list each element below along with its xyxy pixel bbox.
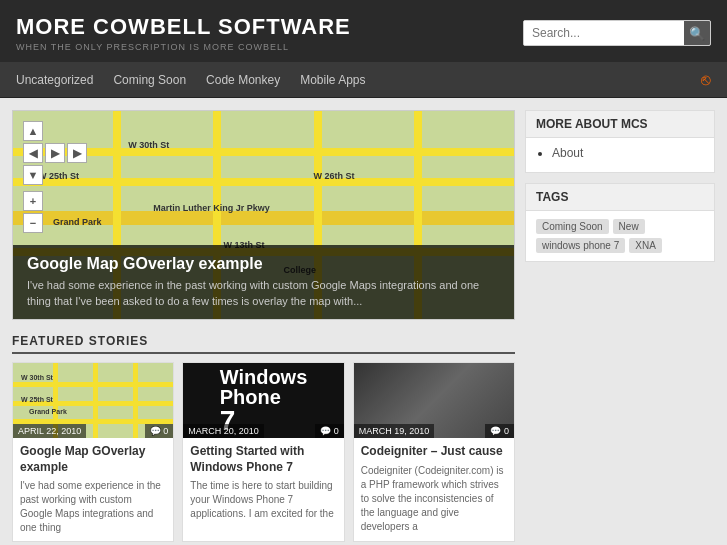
story-1-excerpt: I've had some experience in the past wor… (20, 479, 166, 535)
story-2-title: Getting Started with Windows Phone 7 (190, 444, 336, 475)
sidebar: More about MCS About Tags Coming Soon Ne… (525, 110, 715, 545)
nav-item-mobile-apps[interactable]: Mobile Apps (300, 62, 365, 98)
hero-caption: Google Map GOverlay example I've had som… (13, 245, 514, 319)
hero-title: Google Map GOverlay example (27, 255, 500, 273)
tags-list: Coming Soon New windows phone 7 XNA (526, 211, 714, 261)
story-card-3[interactable]: MARCH 19, 2010 💬 0 Codeigniter – Just ca… (353, 362, 515, 542)
hero-description: I've had some experience in the past wor… (27, 278, 500, 309)
nav-item-uncategorized[interactable]: Uncategorized (16, 62, 93, 98)
map-ctrl-right[interactable]: ▶ (67, 143, 87, 163)
story-2-body: Getting Started with Windows Phone 7 The… (183, 438, 343, 527)
story-3-date: MARCH 19, 2010 (354, 424, 435, 438)
map-ctrl-zoom-out[interactable]: − (23, 213, 43, 233)
tag-xna[interactable]: XNA (629, 238, 662, 253)
story-1-date: APRIL 22, 2010 (13, 424, 86, 438)
navigation: Uncategorized Coming Soon Code Monkey Mo… (0, 62, 727, 98)
site-branding: MORE COWBELL SOFTWARE WHEN THE ONLY PRES… (16, 14, 351, 52)
map-ctrl-down[interactable]: ▼ (23, 165, 43, 185)
site-header: MORE COWBELL SOFTWARE WHEN THE ONLY PRES… (0, 0, 727, 62)
sidebar-link-about[interactable]: About (552, 146, 704, 160)
nav-item-code-monkey[interactable]: Code Monkey (206, 62, 280, 98)
rss-icon[interactable]: ⎋ (701, 71, 711, 89)
story-thumb-1: W 30th St W 25th St Grand Park APRIL 22,… (13, 363, 173, 438)
nav-item-coming-soon[interactable]: Coming Soon (113, 62, 186, 98)
story-thumb-3: MARCH 19, 2010 💬 0 (354, 363, 514, 438)
featured-stories: W 30th St W 25th St Grand Park APRIL 22,… (12, 362, 515, 542)
featured-stories-label: FEATURED STORIES (12, 334, 515, 354)
tags-title: Tags (526, 184, 714, 211)
story-3-excerpt: Codeigniter (Codeigniter.com) is a PHP f… (361, 464, 507, 534)
hero-slider: W 30th St W 25th St W 26th St Martin Lut… (12, 110, 515, 320)
tag-coming-soon[interactable]: Coming Soon (536, 219, 609, 234)
about-link[interactable]: About (552, 146, 583, 160)
story-2-excerpt: The time is here to start building your … (190, 479, 336, 521)
map-label-mlk: Martin Luther King Jr Pkwy (153, 203, 270, 213)
tag-wp7[interactable]: windows phone 7 (536, 238, 625, 253)
story-3-title: Codeigniter – Just cause (361, 444, 507, 460)
more-about-widget: More about MCS About (525, 110, 715, 173)
site-tagline: WHEN THE ONLY PRESCRIPTION IS MORE COWBE… (16, 42, 351, 52)
site-title: MORE COWBELL SOFTWARE (16, 14, 351, 40)
search-bar[interactable]: 🔍 (523, 20, 711, 46)
story-3-comments: 💬 0 (485, 424, 514, 438)
map-ctrl-zoom-in[interactable]: + (23, 191, 43, 211)
map-ctrl-up[interactable]: ▲ (23, 121, 43, 141)
story-3-body: Codeigniter – Just cause Codeigniter (Co… (354, 438, 514, 540)
story-card-2[interactable]: WindowsPhone7 MARCH 20, 2010 💬 0 Getting… (182, 362, 344, 542)
content-area: W 30th St W 25th St W 26th St Martin Lut… (12, 110, 515, 545)
story-2-date: MARCH 20, 2010 (183, 424, 264, 438)
story-1-comments: 💬 0 (145, 424, 174, 438)
search-button[interactable]: 🔍 (684, 20, 710, 46)
map-label-w30: W 30th St (128, 140, 169, 150)
tags-widget: Tags Coming Soon New windows phone 7 XNA (525, 183, 715, 262)
map-ctrl-center[interactable]: ▶ (45, 143, 65, 163)
story-1-title: Google Map GOverlay example (20, 444, 166, 475)
story-1-body: Google Map GOverlay example I've had som… (13, 438, 173, 541)
story-card-1[interactable]: W 30th St W 25th St Grand Park APRIL 22,… (12, 362, 174, 542)
more-about-body: About (526, 138, 714, 172)
tag-new[interactable]: New (613, 219, 645, 234)
map-ctrl-left[interactable]: ◀ (23, 143, 43, 163)
search-input[interactable] (524, 21, 684, 45)
map-label-w26: W 26th St (314, 171, 355, 181)
story-thumb-2: WindowsPhone7 MARCH 20, 2010 💬 0 (183, 363, 343, 438)
map-controls: ▲ ◀ ▶ ▶ ▼ + − (23, 121, 87, 233)
story-2-comments: 💬 0 (315, 424, 344, 438)
main-content: W 30th St W 25th St W 26th St Martin Lut… (0, 98, 727, 545)
more-about-title: More about MCS (526, 111, 714, 138)
